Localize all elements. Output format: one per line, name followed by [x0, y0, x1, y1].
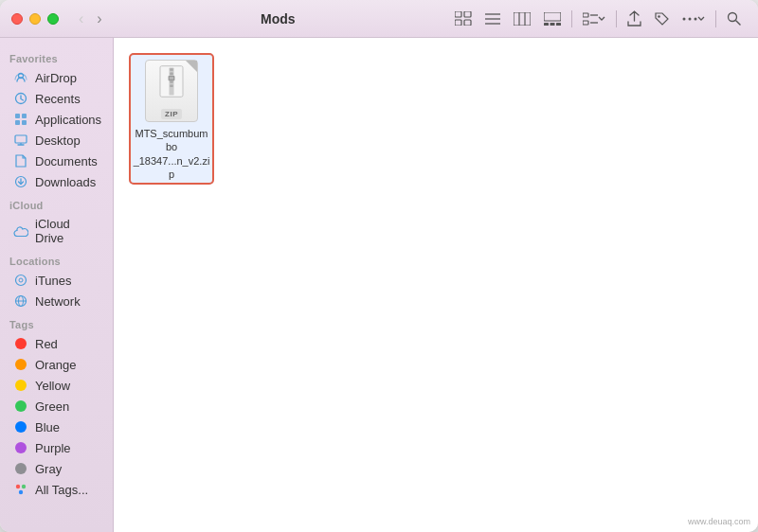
column-view-button[interactable] [508, 9, 536, 29]
file-name: MTS_scumbumbo_18347...n_v2.zip [133, 127, 210, 181]
zip-icon: ZIP [145, 60, 198, 122]
sidebar-item-documents[interactable]: Documents [4, 151, 109, 171]
svg-rect-11 [544, 23, 549, 26]
window-title: Mods [107, 11, 449, 27]
finder-window: ‹ › Mods [0, 0, 758, 532]
sidebar-item-itunes[interactable]: iTunes [4, 270, 109, 291]
sidebar-item-applications[interactable]: Applications [4, 109, 109, 130]
nav-buttons: ‹ › [74, 9, 107, 29]
sidebar-item-network[interactable]: Network [4, 291, 109, 311]
tag-all-icon [13, 482, 28, 497]
tag-red-label: Red [35, 337, 58, 351]
svg-rect-9 [514, 12, 531, 26]
svg-rect-46 [170, 73, 172, 76]
sidebar-item-tag-yellow[interactable]: Yellow [4, 375, 109, 396]
back-button[interactable]: ‹ [74, 9, 88, 29]
network-label: Network [35, 294, 81, 309]
svg-rect-16 [583, 21, 588, 25]
close-button[interactable] [11, 13, 23, 25]
icloud-drive-icon [13, 223, 28, 239]
file-icon: ZIP [139, 59, 204, 123]
sidebar-item-desktop[interactable]: Desktop [4, 130, 109, 151]
svg-point-40 [16, 485, 20, 488]
minimize-button[interactable] [29, 13, 41, 25]
file-item-zip[interactable]: ZIP MTS_scumbumbo_18347...n_v2.zip [129, 53, 214, 185]
content-area: Favorites AirDrop Recents Applications [0, 38, 758, 532]
sidebar-item-tag-gray[interactable]: Gray [4, 458, 109, 479]
svg-rect-14 [583, 13, 588, 17]
tags-section-label: Tags [0, 311, 113, 333]
tag-orange-label: Orange [35, 358, 76, 372]
sidebar: Favorites AirDrop Recents Applications [0, 38, 114, 532]
tag-all-label: All Tags... [35, 483, 88, 497]
svg-rect-45 [170, 68, 172, 71]
itunes-icon [13, 273, 28, 288]
svg-point-41 [22, 485, 26, 488]
tag-red-icon [13, 336, 28, 351]
sidebar-item-recents[interactable]: Recents [4, 88, 109, 109]
tag-blue-label: Blue [35, 420, 60, 434]
zip-badge: ZIP [161, 109, 182, 119]
tag-purple-label: Purple [35, 441, 71, 455]
share-button[interactable] [622, 7, 647, 30]
svg-rect-30 [15, 135, 27, 143]
svg-rect-28 [15, 120, 20, 125]
itunes-label: iTunes [35, 274, 72, 288]
tag-button[interactable] [649, 9, 675, 29]
tag-green-icon [13, 399, 28, 414]
svg-point-42 [19, 490, 23, 494]
list-view-button[interactable] [479, 9, 506, 29]
svg-rect-51 [170, 77, 173, 80]
file-area: ZIP MTS_scumbumbo_18347...n_v2.zip [114, 38, 758, 532]
recents-label: Recents [35, 92, 81, 106]
sidebar-item-tag-all[interactable]: All Tags... [4, 479, 109, 500]
downloads-icon [13, 174, 28, 189]
sidebar-item-downloads[interactable]: Downloads [4, 171, 109, 192]
svg-rect-10 [544, 12, 561, 21]
sidebar-item-tag-blue[interactable]: Blue [4, 417, 109, 437]
tag-purple-icon [13, 440, 28, 455]
zip-svg [156, 64, 187, 98]
sidebar-item-tag-purple[interactable]: Purple [4, 437, 109, 458]
separator2 [616, 10, 617, 27]
svg-rect-48 [170, 80, 172, 83]
search-button[interactable] [721, 8, 747, 29]
sidebar-item-airdrop[interactable]: AirDrop [4, 67, 109, 88]
traffic-lights [11, 13, 59, 25]
svg-rect-0 [455, 11, 461, 17]
separator1 [571, 10, 572, 27]
icloud-section-label: iCloud [0, 192, 113, 214]
more-button[interactable] [677, 12, 711, 26]
svg-rect-1 [464, 11, 471, 17]
svg-point-36 [19, 278, 23, 282]
svg-point-19 [683, 17, 686, 20]
recents-icon [13, 91, 28, 106]
icon-view-button[interactable] [449, 8, 478, 29]
network-icon [13, 293, 28, 309]
file-grid: ZIP MTS_scumbumbo_18347...n_v2.zip [129, 53, 743, 185]
favorites-section-label: Favorites [0, 45, 113, 67]
desktop-icon [13, 133, 28, 148]
locations-section-label: Locations [0, 248, 113, 270]
svg-rect-2 [455, 20, 461, 26]
sidebar-item-icloud-drive[interactable]: iCloud Drive [4, 214, 109, 248]
sidebar-item-tag-orange[interactable]: Orange [4, 354, 109, 375]
sidebar-item-tag-green[interactable]: Green [4, 396, 109, 417]
tag-gray-label: Gray [35, 462, 62, 476]
svg-line-23 [736, 21, 740, 25]
maximize-button[interactable] [47, 13, 59, 25]
svg-rect-3 [464, 20, 471, 26]
tag-orange-icon [13, 357, 28, 372]
applications-icon [13, 112, 28, 127]
airdrop-icon [13, 70, 28, 85]
tag-yellow-icon [13, 378, 28, 393]
gallery-view-button[interactable] [538, 9, 567, 29]
sidebar-item-tag-red[interactable]: Red [4, 333, 109, 354]
applications-label: Applications [35, 113, 101, 127]
forward-button[interactable]: › [92, 9, 106, 29]
tag-yellow-label: Yellow [35, 379, 70, 393]
documents-icon [13, 153, 28, 168]
group-button[interactable] [577, 9, 611, 29]
airdrop-label: AirDrop [35, 71, 77, 85]
separator3 [715, 10, 716, 27]
